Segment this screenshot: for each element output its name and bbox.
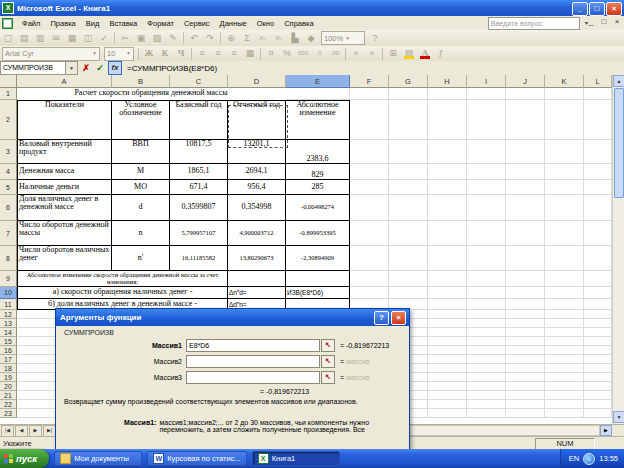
cell-F1[interactable] [350, 88, 389, 100]
cell-L16[interactable] [584, 346, 612, 355]
copy-icon[interactable]: ▣ [134, 32, 148, 45]
cell-A9[interactable]: Абсолютное изменение скорости обращения … [17, 271, 228, 287]
cell-D7[interactable]: 4,900003712 [228, 221, 286, 246]
sort-ascending-icon[interactable]: А↓ [256, 32, 270, 45]
cell-C2[interactable]: Базисный год [170, 100, 228, 140]
cell-B3[interactable]: ВВП [112, 140, 170, 164]
cell-J15[interactable] [506, 337, 545, 346]
cell-E8[interactable]: -2,30894909 [286, 246, 350, 271]
cell-K18[interactable] [545, 364, 584, 373]
cell-L14[interactable] [584, 328, 612, 337]
email-icon[interactable]: ✉ [49, 32, 63, 45]
print-icon[interactable]: ▦ [65, 32, 79, 45]
cell-E3[interactable]: 2383,6 [286, 140, 350, 164]
cut-icon[interactable]: ✂ [118, 32, 132, 45]
row-header-21[interactable]: 21 [0, 391, 17, 400]
cell-I23[interactable] [467, 409, 506, 418]
cell-E2[interactable]: Абсолютное изменение [286, 100, 350, 140]
cell-J8[interactable] [506, 246, 545, 271]
dialog-help-icon[interactable]: ? [374, 311, 389, 325]
save-icon[interactable]: ▥ [33, 32, 47, 45]
spelling-icon[interactable]: ✓ [97, 32, 111, 45]
cell-I17[interactable] [467, 355, 506, 364]
scroll-right-icon[interactable]: ▶ [600, 425, 612, 436]
row-header-9[interactable]: 9 [0, 271, 17, 287]
cell-H12[interactable] [428, 310, 467, 319]
column-header-L[interactable]: L [584, 75, 612, 88]
name-box[interactable]: СУММПРОИЗВ [0, 61, 66, 75]
cell-H8[interactable] [428, 246, 467, 271]
cell-D6[interactable]: 0,354998 [228, 195, 286, 221]
cell-K22[interactable] [545, 400, 584, 409]
cell-K3[interactable] [545, 140, 584, 164]
cell-A5[interactable]: Наличные деньги [17, 180, 112, 195]
cell-L5[interactable] [584, 180, 612, 195]
cell-G1[interactable] [389, 88, 428, 100]
cell-I3[interactable] [467, 140, 506, 164]
row-header-13[interactable]: 13 [0, 319, 17, 328]
maximize-button[interactable]: □ [589, 2, 605, 16]
column-header-B[interactable]: B [112, 75, 170, 88]
menu-insert[interactable]: Вставка [104, 19, 142, 28]
cell-K23[interactable] [545, 409, 584, 418]
cell-K21[interactable] [545, 391, 584, 400]
cell-C8[interactable]: 16,11185582 [170, 246, 228, 271]
align-right-icon[interactable]: ≡ [227, 47, 241, 60]
cell-D9[interactable] [228, 271, 286, 287]
column-header-I[interactable]: I [467, 75, 506, 88]
cell-B6[interactable]: d [112, 195, 170, 221]
menu-window[interactable]: Окно [252, 19, 279, 28]
cell-I15[interactable] [467, 337, 506, 346]
column-header-G[interactable]: G [389, 75, 428, 88]
cell-A7[interactable]: Число оборотов денежной массы [17, 221, 112, 246]
dialog-close-icon[interactable]: × [391, 311, 406, 325]
chart-wizard-icon[interactable]: ▙ [288, 32, 302, 45]
row-header-7[interactable]: 7 [0, 221, 17, 246]
cell-H14[interactable] [428, 328, 467, 337]
cell-D10[interactable]: Δn″d= [228, 287, 286, 299]
cell-L1[interactable] [584, 88, 612, 100]
cell-G5[interactable] [389, 180, 428, 195]
cell-C4[interactable]: 1865,1 [170, 164, 228, 180]
cell-J13[interactable] [506, 319, 545, 328]
cell-F7[interactable] [350, 221, 389, 246]
clock-icon[interactable]: ‹ [583, 453, 595, 465]
currency-icon[interactable]: ¤ [264, 47, 278, 60]
merge-center-icon[interactable]: ▦ [243, 47, 257, 60]
row-header-22[interactable]: 22 [0, 400, 17, 409]
cell-H15[interactable] [428, 337, 467, 346]
cell-L15[interactable] [584, 337, 612, 346]
ask-question-input[interactable]: Введите вопрос [488, 17, 580, 30]
cell-I20[interactable] [467, 382, 506, 391]
cell-A3[interactable]: Валовый внутренний продукт [17, 140, 112, 164]
row-header-20[interactable]: 20 [0, 382, 17, 391]
cell-J12[interactable] [506, 310, 545, 319]
cell-K4[interactable] [545, 164, 584, 180]
cell-K9[interactable] [545, 271, 584, 287]
cell-H10[interactable] [428, 287, 467, 299]
cell-H4[interactable] [428, 164, 467, 180]
underline-icon[interactable]: Ч [174, 47, 188, 60]
cell-A1[interactable]: Расчет скорости обращения денежной массы [17, 88, 286, 100]
cell-L13[interactable] [584, 319, 612, 328]
cell-K15[interactable] [545, 337, 584, 346]
font-size-combo[interactable]: 10▼ [104, 47, 134, 61]
row-header-14[interactable]: 14 [0, 328, 17, 337]
cell-J10[interactable] [506, 287, 545, 299]
cell-H16[interactable] [428, 346, 467, 355]
menu-data[interactable]: Данные [215, 19, 252, 28]
cell-F3[interactable] [350, 140, 389, 164]
insert-function-icon[interactable]: ƒ [434, 47, 448, 60]
paste-icon[interactable]: ▨ [150, 32, 164, 45]
select-all-corner[interactable] [0, 75, 17, 88]
percent-icon[interactable]: % [280, 47, 294, 60]
cell-G9[interactable] [389, 271, 428, 287]
increase-decimal-icon[interactable]: ,0 [312, 47, 326, 60]
cell-D3[interactable]: 13201,1 [228, 140, 286, 164]
cell-K14[interactable] [545, 328, 584, 337]
cell-J2[interactable] [506, 100, 545, 140]
cell-G8[interactable] [389, 246, 428, 271]
cell-H21[interactable] [428, 391, 467, 400]
cell-I2[interactable] [467, 100, 506, 140]
help-icon[interactable]: ? [368, 32, 382, 45]
